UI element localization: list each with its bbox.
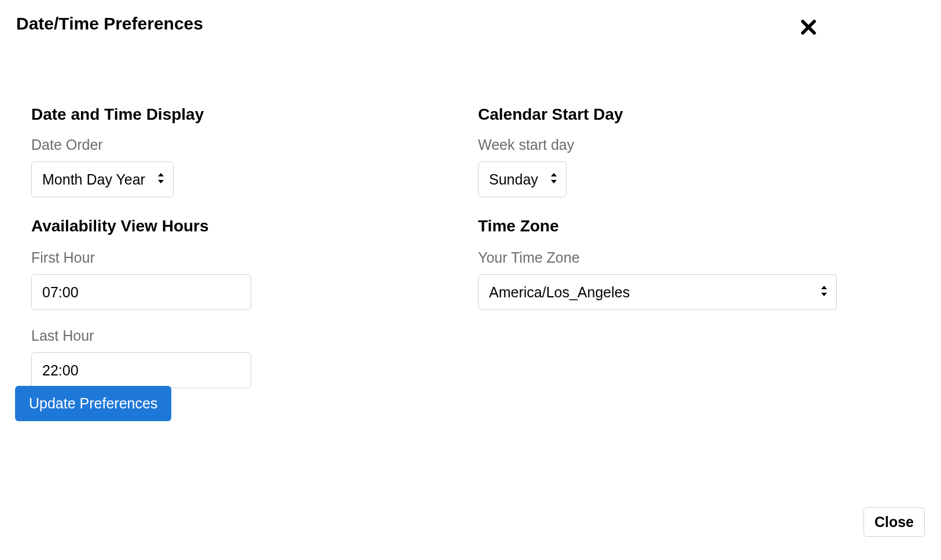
dialog-title: Date/Time Preferences bbox=[16, 14, 203, 34]
week-start-select[interactable]: Sunday bbox=[478, 161, 567, 197]
update-preferences-button[interactable]: Update Preferences bbox=[15, 386, 171, 421]
section-time-zone: Time Zone bbox=[478, 217, 884, 235]
first-hour-label: First Hour bbox=[31, 249, 438, 266]
date-order-select[interactable]: Month Day Year bbox=[31, 161, 174, 197]
date-order-value: Month Day Year bbox=[42, 171, 145, 188]
timezone-label: Your Time Zone bbox=[478, 249, 884, 266]
select-arrows-icon bbox=[157, 172, 165, 187]
select-arrows-icon bbox=[820, 285, 828, 300]
dialog-content: Date and Time Display Date Order Month D… bbox=[16, 105, 925, 421]
left-column: Date and Time Display Date Order Month D… bbox=[31, 105, 478, 421]
select-arrows-icon bbox=[550, 172, 558, 187]
close-icon[interactable] bbox=[796, 15, 821, 42]
section-calendar-start-day: Calendar Start Day bbox=[478, 105, 884, 124]
dialog-header: Date/Time Preferences bbox=[16, 12, 925, 42]
last-hour-label: Last Hour bbox=[31, 327, 438, 344]
last-hour-input[interactable] bbox=[31, 352, 251, 388]
section-availability-hours: Availability View Hours bbox=[31, 217, 438, 235]
timezone-select[interactable]: America/Los_Angeles bbox=[478, 274, 837, 310]
right-column: Calendar Start Day Week start day Sunday… bbox=[478, 105, 925, 421]
first-hour-input[interactable] bbox=[31, 274, 251, 310]
section-date-time-display: Date and Time Display bbox=[31, 105, 438, 124]
week-start-value: Sunday bbox=[489, 171, 538, 188]
close-button[interactable]: Close bbox=[863, 507, 925, 537]
date-order-label: Date Order bbox=[31, 137, 438, 153]
timezone-value: America/Los_Angeles bbox=[489, 284, 630, 301]
week-start-label: Week start day bbox=[478, 137, 884, 153]
